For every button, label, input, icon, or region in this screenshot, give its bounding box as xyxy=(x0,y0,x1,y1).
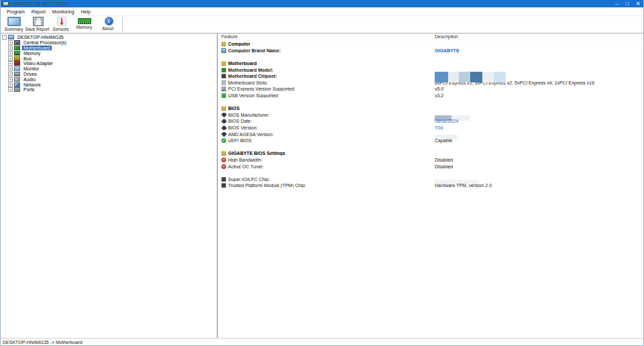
chip-icon xyxy=(221,177,226,182)
feature-cell: GIGABYTE BIOS Settings xyxy=(218,151,435,156)
expander-icon[interactable]: + xyxy=(8,51,13,56)
column-header-description[interactable]: Description xyxy=(435,34,643,39)
tree-item-central-processor-s[interactable]: +Central Processor(s) xyxy=(1,40,217,46)
bios-chip-icon xyxy=(221,113,227,117)
description-cell: Hardware TPM, version 2.0 xyxy=(435,183,643,188)
feature-row-active-oc-tuner[interactable]: Active OC Tuner:Disabled xyxy=(218,163,643,170)
feature-row-high-bandwidth[interactable]: High Bandwidth:Disabled xyxy=(218,157,643,164)
feature-cell: Motherboard Chipset: xyxy=(218,74,435,78)
toolbar-button-about[interactable]: About xyxy=(96,16,119,33)
feature-label: BIOS Version: xyxy=(228,125,258,130)
motherboard-icon xyxy=(14,46,20,50)
tree-item-label: Drives xyxy=(22,72,38,76)
minimize-button[interactable]: – xyxy=(611,0,622,7)
tree-item-drives[interactable]: +Drives xyxy=(1,72,217,77)
toolbar-button-label: Save Report xyxy=(25,27,49,32)
feature-cell: Computer xyxy=(218,42,435,46)
toolbar-button-memory[interactable]: Memory xyxy=(72,16,96,33)
section-title: Computer xyxy=(228,42,250,46)
network-icon xyxy=(14,82,20,87)
feature-row-bios-date[interactable]: BIOS Date:08/06/2024 xyxy=(218,118,643,125)
blank-row xyxy=(218,144,643,151)
tree-item-audio[interactable]: +Audio xyxy=(1,76,217,82)
toolbar-button-label: Sensors xyxy=(53,27,69,32)
expander-icon[interactable]: + xyxy=(8,82,13,87)
feature-label: High Bandwidth: xyxy=(228,158,262,162)
expander-icon[interactable]: + xyxy=(8,77,13,82)
computer-icon xyxy=(8,35,14,40)
feature-row-computer-brand-name[interactable]: Computer Brand Name:GIGABYTE xyxy=(218,48,643,54)
blank-row xyxy=(218,54,643,60)
expander-icon[interactable]: + xyxy=(8,40,13,45)
feature-row-bios-manufacturer[interactable]: BIOS Manufacturer: xyxy=(218,112,643,119)
tree-item-label: Memory xyxy=(22,51,42,56)
feature-label: BIOS Date: xyxy=(228,119,252,123)
feature-value: Hardware TPM, version 2.0 xyxy=(435,183,492,188)
menu-item-report[interactable]: Report xyxy=(28,9,49,14)
tree-item-desktop-hn4mg35[interactable]: -DESKTOP-HN4MG35 xyxy=(1,35,217,40)
feature-row-motherboard-slots[interactable]: Motherboard Slots:6xPCI Express x1, 3xPC… xyxy=(218,80,643,86)
menu-item-help[interactable]: Help xyxy=(78,9,94,14)
toolbar-button-label: Summary xyxy=(5,27,23,32)
folder-icon xyxy=(221,106,226,111)
chip-icon xyxy=(221,74,226,78)
feature-row-motherboard-model[interactable]: Motherboard Model: xyxy=(218,66,643,73)
tree-item-bus[interactable]: +Bus xyxy=(1,56,217,61)
feature-row-motherboard-chipset[interactable]: Motherboard Chipset: xyxy=(218,73,643,80)
status-bar: DESKTOP-HN4MG35 -> Motherboard xyxy=(1,338,643,345)
expander-icon[interactable]: + xyxy=(8,72,13,76)
menu-item-program[interactable]: Program xyxy=(3,9,28,14)
feature-cell: Motherboard Model: xyxy=(218,68,435,72)
check-icon xyxy=(221,138,226,143)
feature-cell: BIOS Manufacturer: xyxy=(218,113,435,117)
tree-item-motherboard[interactable]: +Motherboard xyxy=(1,46,217,51)
feature-cell: Computer Brand Name: xyxy=(218,48,435,53)
description-cell: T0d xyxy=(435,125,643,130)
tree-item-label: Ports xyxy=(22,87,36,92)
feature-cell: Trusted Platform Module (TPM) Chip: xyxy=(218,183,435,188)
toolbar-separator xyxy=(122,17,123,32)
toolbar-button-sensors[interactable]: Sensors xyxy=(49,16,72,33)
tree-item-monitor[interactable]: +Monitor xyxy=(1,66,217,72)
feature-value: T0d xyxy=(435,125,443,130)
feature-row-super-io-lpc-chip[interactable]: Super-IO/LPC Chip: xyxy=(218,176,643,182)
column-header-feature[interactable]: Feature xyxy=(218,34,435,39)
tree-item-video-adapter[interactable]: +Video Adapter xyxy=(1,61,217,66)
menu-item-monitoring[interactable]: Monitoring xyxy=(49,9,78,14)
toolbar-button-summary[interactable]: Summary xyxy=(2,16,25,33)
maximize-button[interactable]: □ xyxy=(622,0,633,7)
expander-icon[interactable]: - xyxy=(2,35,7,40)
bios-chip-icon xyxy=(221,119,227,123)
folder-icon xyxy=(221,42,226,46)
tree-item-memory[interactable]: +Memory xyxy=(1,50,217,56)
expander-icon[interactable]: + xyxy=(8,61,13,66)
feature-value: Disabled xyxy=(435,158,453,162)
save-report-floppy-icon xyxy=(33,17,44,26)
menu-bar: ProgramReportMonitoringHelp xyxy=(1,7,643,16)
section-row-bios[interactable]: BIOS xyxy=(218,105,643,112)
section-row-computer[interactable]: Computer xyxy=(218,41,643,48)
window-title: HWiNFO® 64 v8.07-5512 xyxy=(11,1,67,6)
expander-icon[interactable]: + xyxy=(8,46,13,50)
error-icon xyxy=(221,164,226,169)
feature-row-uefi-bios[interactable]: UEFI BIOS:Capable xyxy=(218,137,643,144)
expander-icon[interactable]: + xyxy=(8,56,13,61)
tree-item-network[interactable]: +Network xyxy=(1,82,217,87)
feature-row-amd-agesa-version[interactable]: AMD AGESA Version: xyxy=(218,131,643,137)
brand-computer-icon xyxy=(221,48,226,53)
toolbar-button-save-report[interactable]: Save Report xyxy=(25,16,49,33)
close-button[interactable]: ✕ xyxy=(633,0,643,7)
section-row-motherboard[interactable]: Motherboard xyxy=(218,60,643,67)
expander-icon[interactable]: + xyxy=(8,66,13,71)
feature-row-bios-version[interactable]: BIOS Version:T0d xyxy=(218,125,643,131)
feature-label: Super-IO/LPC Chip: xyxy=(228,177,270,182)
about-info-icon xyxy=(105,17,113,25)
tree-item-ports[interactable]: +Ports xyxy=(1,87,217,93)
feature-row-pci-express-version-supported[interactable]: PCI Express Version Supported:v5.0 xyxy=(218,86,643,93)
feature-row-usb-version-supported[interactable]: USB Version Supported:v3.2 xyxy=(218,93,643,99)
expander-icon[interactable]: + xyxy=(8,87,13,92)
feature-row-trusted-platform-module-tpm-chip[interactable]: Trusted Platform Module (TPM) Chip:Hardw… xyxy=(218,182,643,189)
description-cell: Capable xyxy=(435,138,643,143)
section-row-gigabyte-bios-settings[interactable]: GIGABYTE BIOS Settings xyxy=(218,150,643,157)
device-tree: -DESKTOP-HN4MG35+Central Processor(s)+Mo… xyxy=(1,34,217,338)
